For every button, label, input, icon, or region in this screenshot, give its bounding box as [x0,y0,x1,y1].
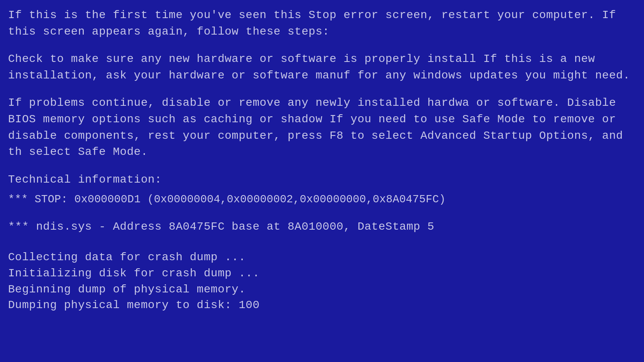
third-paragraph-text: If problems continue, disable or remove … [8,97,623,158]
dump-line-3: Beginning dump of physical memory. [8,282,636,298]
bsod-screen: If this is the first time you've seen th… [0,0,644,362]
technical-section: Technical information: [8,172,636,188]
technical-label: Technical information: [8,172,636,188]
ndis-line: *** ndis.sys - Address 8A0475FC base at … [8,219,636,235]
dump-line-1: Collecting data for crash dump ... [8,249,636,265]
first-paragraph: If this is the first time you've seen th… [8,7,636,40]
dump-line-4: Dumping physical memory to disk: 100 [8,297,636,313]
second-paragraph: Check to make sure any new hardware or s… [8,51,636,84]
ndis-line-text: *** ndis.sys - Address 8A0475FC base at … [8,220,434,233]
first-paragraph-text: If this is the first time you've seen th… [8,9,616,38]
stop-code-text: *** STOP: 0x000000D1 (0x00000004,0x00000… [8,193,446,206]
dump-section: Collecting data for crash dump ... Initi… [8,249,636,313]
dump-line-2: Initializing disk for crash dump ... [8,265,636,282]
stop-code-line: *** STOP: 0x000000D1 (0x00000004,0x00000… [8,192,636,208]
second-paragraph-text: Check to make sure any new hardware or s… [8,53,630,82]
third-paragraph: If problems continue, disable or remove … [8,95,636,160]
